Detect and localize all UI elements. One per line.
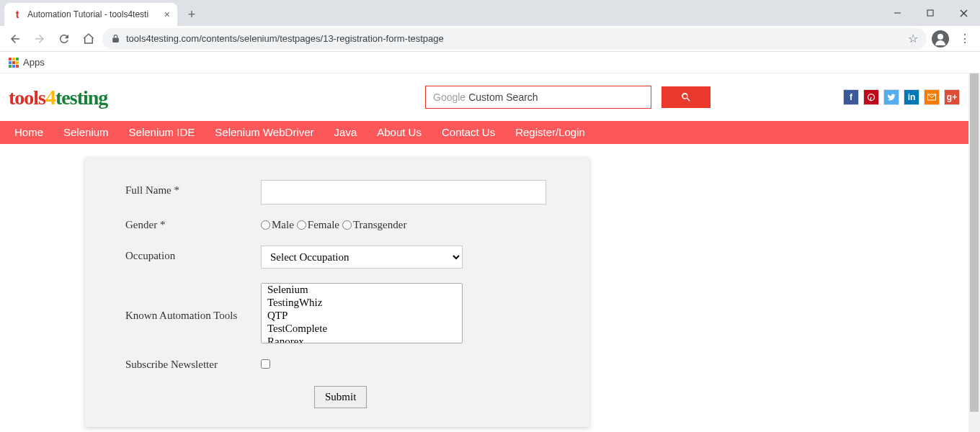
page-scrollbar[interactable] [968, 73, 980, 432]
pinterest-icon[interactable] [863, 89, 879, 105]
scrollbar-thumb[interactable] [970, 73, 979, 412]
nav-register-login[interactable]: Register/Login [505, 121, 595, 144]
search-placeholder: Custom Search [468, 91, 538, 103]
radio-male[interactable]: Male [261, 219, 294, 231]
bookmark-star-icon[interactable]: ☆ [908, 32, 918, 45]
label-occupation: Occupation [125, 246, 261, 262]
social-links: f in g+ [843, 89, 960, 105]
window-maximize-button[interactable] [914, 0, 947, 26]
nav-selenium[interactable]: Selenium [53, 121, 119, 144]
occupation-select[interactable]: Select Occupation [261, 246, 463, 269]
tab-title: Automation Tutorial - tools4testi [27, 9, 160, 19]
url-text: tools4testing.com/contents/selenium/test… [126, 33, 444, 44]
back-button[interactable] [4, 28, 26, 50]
browser-tabstrip: t Automation Tutorial - tools4testi × + [0, 0, 980, 26]
page-viewport: tools4testing Google Custom Search f in … [0, 73, 980, 432]
reload-button[interactable] [53, 28, 75, 50]
nav-selenium-ide[interactable]: Selenium IDE [119, 121, 205, 144]
tool-option[interactable]: TestingWhiz [262, 297, 462, 310]
facebook-icon[interactable]: f [843, 89, 859, 105]
registration-form: Full Name * Gender * Male Female Transge… [85, 157, 589, 427]
site-search-input[interactable]: Google Custom Search [425, 86, 651, 109]
svg-rect-1 [927, 10, 933, 16]
new-tab-button[interactable]: + [182, 4, 202, 24]
google-label: Google [433, 91, 466, 103]
address-bar[interactable]: tools4testing.com/contents/selenium/test… [102, 28, 927, 50]
window-minimize-button[interactable] [881, 0, 914, 26]
mail-icon[interactable] [924, 89, 940, 105]
nav-home[interactable]: Home [4, 121, 53, 144]
site-search-button[interactable] [662, 86, 710, 108]
search-icon [680, 91, 692, 103]
browser-tab-active[interactable]: t Automation Tutorial - tools4testi × [4, 3, 177, 26]
tool-option[interactable]: TestComplete [262, 323, 462, 336]
tool-option[interactable]: Selenium [262, 284, 462, 297]
automation-tools-select[interactable]: Selenium TestingWhiz QTP TestComplete Ra… [261, 283, 463, 343]
fullname-input[interactable] [261, 180, 546, 204]
label-gender: Gender * [125, 219, 261, 231]
site-header: tools4testing Google Custom Search f in … [0, 73, 968, 121]
tab-close-icon[interactable]: × [164, 9, 170, 20]
label-newsletter: Subscribe Newsletter [125, 359, 261, 371]
favicon-icon: t [12, 9, 23, 20]
lock-icon [111, 34, 120, 43]
kebab-menu-icon[interactable]: ⋮ [954, 28, 976, 50]
site-logo[interactable]: tools4testing [9, 85, 107, 109]
tool-option[interactable]: QTP [262, 310, 462, 323]
browser-toolbar: tools4testing.com/contents/selenium/test… [0, 26, 980, 52]
bookmarks-bar: Apps [0, 52, 980, 73]
submit-button[interactable]: Submit [314, 386, 367, 408]
label-fullname: Full Name * [125, 180, 261, 197]
apps-label[interactable]: Apps [23, 57, 45, 68]
apps-grid-icon[interactable] [9, 58, 19, 68]
newsletter-checkbox[interactable] [261, 359, 270, 369]
label-automation-tools: Known Automation Tools [125, 305, 261, 322]
radio-transgender[interactable]: Transgender [342, 219, 406, 231]
account-icon[interactable] [930, 28, 951, 50]
forward-button[interactable] [29, 28, 50, 50]
nav-contact[interactable]: Contact Us [432, 121, 505, 144]
tool-option[interactable]: Ranorex [262, 336, 462, 343]
linkedin-icon[interactable]: in [904, 89, 919, 105]
radio-female[interactable]: Female [297, 219, 339, 231]
home-button[interactable] [78, 28, 99, 50]
window-controls [881, 0, 980, 26]
twitter-icon[interactable] [883, 89, 899, 105]
main-nav: Home Selenium Selenium IDE Selenium WebD… [0, 121, 968, 144]
googleplus-icon[interactable]: g+ [944, 89, 960, 105]
nav-about[interactable]: About Us [367, 121, 432, 144]
nav-selenium-webdriver[interactable]: Selenium WebDriver [205, 121, 324, 144]
window-close-button[interactable] [947, 0, 980, 26]
nav-java[interactable]: Java [324, 121, 368, 144]
